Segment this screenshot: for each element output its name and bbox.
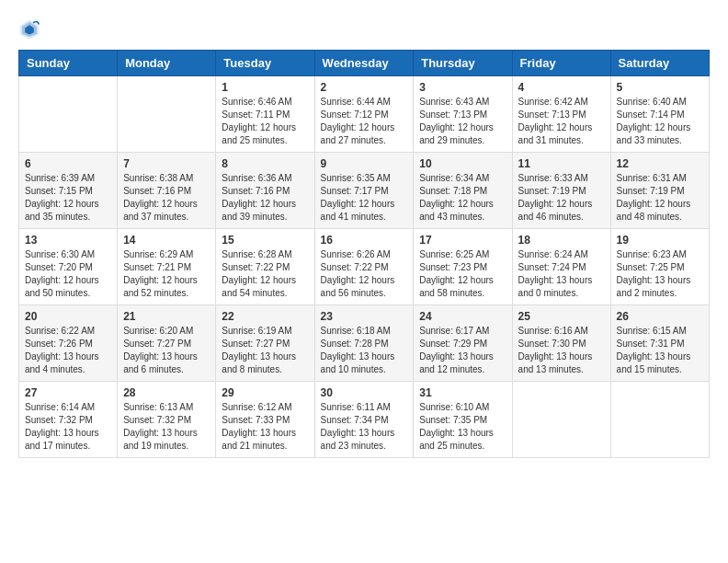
weekday-header: Saturday — [610, 51, 709, 76]
day-number: 3 — [419, 81, 506, 94]
calendar-table: SundayMondayTuesdayWednesdayThursdayFrid… — [18, 50, 710, 458]
calendar-cell: 28Sunrise: 6:13 AM Sunset: 7:32 PM Dayli… — [118, 382, 216, 458]
calendar-week-row: 27Sunrise: 6:14 AM Sunset: 7:32 PM Dayli… — [19, 382, 710, 458]
calendar-week-row: 1Sunrise: 6:46 AM Sunset: 7:11 PM Daylig… — [19, 76, 710, 153]
day-info: Sunrise: 6:34 AM Sunset: 7:18 PM Dayligh… — [419, 172, 506, 224]
day-number: 31 — [419, 386, 506, 399]
day-number: 14 — [123, 234, 210, 247]
day-info: Sunrise: 6:36 AM Sunset: 7:16 PM Dayligh… — [222, 172, 308, 224]
day-number: 26 — [617, 310, 703, 323]
day-number: 28 — [123, 386, 210, 399]
day-number: 6 — [25, 157, 111, 170]
day-number: 29 — [222, 386, 308, 399]
day-info: Sunrise: 6:22 AM Sunset: 7:26 PM Dayligh… — [25, 325, 111, 376]
day-number: 5 — [617, 81, 703, 94]
calendar-cell: 7Sunrise: 6:38 AM Sunset: 7:16 PM Daylig… — [118, 153, 216, 229]
calendar-cell: 22Sunrise: 6:19 AM Sunset: 7:27 PM Dayli… — [216, 305, 314, 382]
day-number: 11 — [518, 157, 605, 170]
day-info: Sunrise: 6:25 AM Sunset: 7:23 PM Dayligh… — [419, 248, 506, 300]
calendar-cell — [19, 76, 118, 153]
logo — [18, 18, 44, 40]
day-info: Sunrise: 6:44 AM Sunset: 7:12 PM Dayligh… — [321, 96, 408, 147]
day-number: 24 — [419, 310, 506, 323]
calendar-cell: 23Sunrise: 6:18 AM Sunset: 7:28 PM Dayli… — [314, 305, 414, 382]
day-number: 27 — [25, 386, 111, 399]
day-info: Sunrise: 6:43 AM Sunset: 7:13 PM Dayligh… — [419, 96, 506, 147]
weekday-header: Wednesday — [314, 51, 414, 76]
day-number: 12 — [617, 157, 703, 170]
day-number: 2 — [321, 81, 408, 94]
day-info: Sunrise: 6:35 AM Sunset: 7:17 PM Dayligh… — [321, 172, 408, 224]
day-info: Sunrise: 6:40 AM Sunset: 7:14 PM Dayligh… — [617, 96, 703, 147]
day-number: 22 — [222, 310, 308, 323]
day-number: 1 — [222, 81, 308, 94]
calendar-cell — [512, 382, 610, 458]
day-info: Sunrise: 6:10 AM Sunset: 7:35 PM Dayligh… — [419, 401, 506, 453]
day-info: Sunrise: 6:46 AM Sunset: 7:11 PM Dayligh… — [222, 96, 308, 147]
calendar-cell — [610, 382, 709, 458]
day-number: 16 — [321, 234, 408, 247]
day-info: Sunrise: 6:24 AM Sunset: 7:24 PM Dayligh… — [518, 248, 605, 300]
calendar-cell: 18Sunrise: 6:24 AM Sunset: 7:24 PM Dayli… — [512, 229, 610, 305]
calendar-cell: 31Sunrise: 6:10 AM Sunset: 7:35 PM Dayli… — [414, 382, 512, 458]
day-number: 19 — [617, 234, 703, 247]
day-number: 8 — [222, 157, 308, 170]
calendar-cell: 9Sunrise: 6:35 AM Sunset: 7:17 PM Daylig… — [314, 153, 414, 229]
day-info: Sunrise: 6:20 AM Sunset: 7:27 PM Dayligh… — [123, 325, 210, 376]
calendar-cell: 15Sunrise: 6:28 AM Sunset: 7:22 PM Dayli… — [216, 229, 314, 305]
logo-icon — [18, 18, 40, 40]
day-number: 15 — [222, 234, 308, 247]
day-number: 4 — [518, 81, 605, 94]
day-info: Sunrise: 6:17 AM Sunset: 7:29 PM Dayligh… — [419, 325, 506, 376]
day-number: 30 — [321, 386, 408, 399]
day-info: Sunrise: 6:11 AM Sunset: 7:34 PM Dayligh… — [321, 401, 408, 453]
calendar-cell: 4Sunrise: 6:42 AM Sunset: 7:13 PM Daylig… — [512, 76, 610, 153]
day-info: Sunrise: 6:28 AM Sunset: 7:22 PM Dayligh… — [222, 248, 308, 300]
day-info: Sunrise: 6:39 AM Sunset: 7:15 PM Dayligh… — [25, 172, 111, 224]
day-number: 13 — [25, 234, 111, 247]
calendar-cell: 26Sunrise: 6:15 AM Sunset: 7:31 PM Dayli… — [610, 305, 709, 382]
day-info: Sunrise: 6:29 AM Sunset: 7:21 PM Dayligh… — [123, 248, 210, 300]
calendar-cell: 1Sunrise: 6:46 AM Sunset: 7:11 PM Daylig… — [216, 76, 314, 153]
calendar-header-row: SundayMondayTuesdayWednesdayThursdayFrid… — [19, 51, 710, 76]
calendar-week-row: 20Sunrise: 6:22 AM Sunset: 7:26 PM Dayli… — [19, 305, 710, 382]
day-info: Sunrise: 6:12 AM Sunset: 7:33 PM Dayligh… — [222, 401, 308, 453]
calendar-cell: 3Sunrise: 6:43 AM Sunset: 7:13 PM Daylig… — [414, 76, 512, 153]
weekday-header: Friday — [512, 51, 610, 76]
calendar-cell: 29Sunrise: 6:12 AM Sunset: 7:33 PM Dayli… — [216, 382, 314, 458]
calendar-week-row: 13Sunrise: 6:30 AM Sunset: 7:20 PM Dayli… — [19, 229, 710, 305]
day-info: Sunrise: 6:16 AM Sunset: 7:30 PM Dayligh… — [518, 325, 605, 376]
weekday-header: Sunday — [19, 51, 118, 76]
calendar-cell: 16Sunrise: 6:26 AM Sunset: 7:22 PM Dayli… — [314, 229, 414, 305]
weekday-header: Monday — [118, 51, 216, 76]
day-info: Sunrise: 6:33 AM Sunset: 7:19 PM Dayligh… — [518, 172, 605, 224]
calendar-cell: 11Sunrise: 6:33 AM Sunset: 7:19 PM Dayli… — [512, 153, 610, 229]
weekday-header: Tuesday — [216, 51, 314, 76]
day-info: Sunrise: 6:15 AM Sunset: 7:31 PM Dayligh… — [617, 325, 703, 376]
day-number: 9 — [321, 157, 408, 170]
day-info: Sunrise: 6:42 AM Sunset: 7:13 PM Dayligh… — [518, 96, 605, 147]
calendar-cell: 27Sunrise: 6:14 AM Sunset: 7:32 PM Dayli… — [19, 382, 118, 458]
day-info: Sunrise: 6:31 AM Sunset: 7:19 PM Dayligh… — [617, 172, 703, 224]
calendar-cell: 17Sunrise: 6:25 AM Sunset: 7:23 PM Dayli… — [414, 229, 512, 305]
day-info: Sunrise: 6:23 AM Sunset: 7:25 PM Dayligh… — [617, 248, 703, 300]
calendar-cell: 6Sunrise: 6:39 AM Sunset: 7:15 PM Daylig… — [19, 153, 118, 229]
day-number: 25 — [518, 310, 605, 323]
day-info: Sunrise: 6:38 AM Sunset: 7:16 PM Dayligh… — [123, 172, 210, 224]
calendar-cell: 10Sunrise: 6:34 AM Sunset: 7:18 PM Dayli… — [414, 153, 512, 229]
day-number: 23 — [321, 310, 408, 323]
day-info: Sunrise: 6:26 AM Sunset: 7:22 PM Dayligh… — [321, 248, 408, 300]
day-info: Sunrise: 6:19 AM Sunset: 7:27 PM Dayligh… — [222, 325, 308, 376]
calendar-cell: 14Sunrise: 6:29 AM Sunset: 7:21 PM Dayli… — [118, 229, 216, 305]
calendar-cell: 21Sunrise: 6:20 AM Sunset: 7:27 PM Dayli… — [118, 305, 216, 382]
calendar-cell: 24Sunrise: 6:17 AM Sunset: 7:29 PM Dayli… — [414, 305, 512, 382]
calendar-cell: 13Sunrise: 6:30 AM Sunset: 7:20 PM Dayli… — [19, 229, 118, 305]
page-header — [18, 18, 710, 40]
calendar-cell — [118, 76, 216, 153]
day-info: Sunrise: 6:13 AM Sunset: 7:32 PM Dayligh… — [123, 401, 210, 453]
day-number: 17 — [419, 234, 506, 247]
calendar-cell: 12Sunrise: 6:31 AM Sunset: 7:19 PM Dayli… — [610, 153, 709, 229]
calendar-cell: 5Sunrise: 6:40 AM Sunset: 7:14 PM Daylig… — [610, 76, 709, 153]
calendar-week-row: 6Sunrise: 6:39 AM Sunset: 7:15 PM Daylig… — [19, 153, 710, 229]
calendar-cell: 19Sunrise: 6:23 AM Sunset: 7:25 PM Dayli… — [610, 229, 709, 305]
